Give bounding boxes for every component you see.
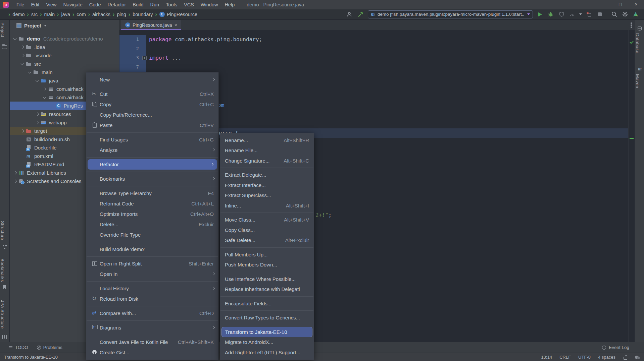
menu-item[interactable]: Refactor [104,0,129,9]
debug-button[interactable] [547,11,554,18]
indent-widget[interactable]: 4 spaces [598,355,615,360]
maximize-button[interactable]: □ [612,0,628,9]
tree-chevron-icon[interactable] [12,36,18,42]
tree-chevron-icon[interactable] [42,95,48,101]
tree-chevron-icon[interactable] [35,78,41,84]
menu-item[interactable]: Push Members Down... [220,260,314,270]
editor-tab[interactable]: C PingResource.java × [121,20,181,30]
menu-item[interactable]: Run [147,0,163,9]
tool-stripe-jpa-structure[interactable]: JPA Structure [0,300,9,328]
run-configuration-select[interactable]: m demo [fish.payara.maven.plugins:payara… [368,10,533,18]
chevron-down-icon[interactable] [579,13,582,15]
breadcrumb-item[interactable]: › C airhacks [86,11,110,17]
event-log-button[interactable]: Event Log [602,345,644,350]
error-stripe[interactable] [628,30,635,342]
database-icon[interactable] [637,26,642,31]
user-icon[interactable] [346,11,354,18]
menu-item[interactable]: Build Module 'demo' [86,244,218,254]
tree-chevron-icon[interactable] [20,44,26,50]
menu-item[interactable]: Transform to Jakarta-EE-10 [221,327,312,337]
tool-stripe-structure[interactable]: Structure [0,221,9,240]
tree-chevron-icon[interactable] [35,111,41,117]
structure-icon[interactable] [2,244,7,250]
inspections-ok-icon[interactable] [630,40,633,44]
menu-item[interactable]: Convert Raw Types to Generics... [220,313,314,323]
tab-close-icon[interactable]: × [175,23,178,27]
tree-row[interactable]: src [10,60,119,68]
breadcrumb-item[interactable]: › C java [55,11,70,17]
menu-item[interactable]: Delete... Excluir [86,219,218,230]
breadcrumb-item[interactable]: › C demo [6,11,25,17]
menu-item[interactable]: Rename File... [220,145,314,156]
menu-item[interactable]: Extract Delegate... [220,170,314,180]
run-button[interactable] [536,11,544,18]
menu-item[interactable]: Analyze [86,145,218,155]
menu-item[interactable]: Replace Inheritance with Delegation... [220,284,314,295]
menu-item[interactable]: Encapsulate Fields... [220,298,314,309]
menu-item[interactable]: Move Class... Alt+Shift+V [220,215,314,225]
menu-item[interactable]: Optimize Imports Ctrl+Alt+O [86,209,218,219]
menu-item[interactable]: Refactor [88,159,217,170]
menu-item[interactable]: Diagrams [86,322,218,333]
menu-item[interactable]: Cut Ctrl+X [86,89,218,99]
menu-item[interactable]: Add Right-to-Left (RTL) Support... [220,347,314,358]
payara-icon[interactable] [632,11,639,18]
tree-chevron-icon[interactable] [12,170,18,176]
tool-window-switcher-icon[interactable] [2,335,7,339]
menu-item[interactable]: Browse Type Hierarchy F4 [86,188,218,198]
tree-chevron-icon[interactable] [20,153,26,159]
menu-item[interactable]: Copy Class... [220,225,314,235]
menu-item[interactable]: New [86,74,218,85]
tool-stripe-maven[interactable]: Maven [635,74,644,88]
minimize-button[interactable]: – [597,0,612,9]
menu-item[interactable]: Change Signature... Alt+Shift+C [220,156,314,166]
maven-icon[interactable]: m [638,67,643,72]
encoding-widget[interactable]: UTF-8 [578,355,591,360]
menu-item[interactable]: Copy Ctrl+C [86,99,218,110]
unlock-icon[interactable] [623,355,628,359]
menu-item[interactable]: Paste Ctrl+V [86,120,218,130]
bookmark-icon[interactable] [2,285,7,290]
menu-item[interactable]: Pull Members Up... [220,249,314,260]
tree-row[interactable]: .vscode [10,51,119,60]
tree-chevron-icon[interactable] [35,120,41,126]
search-everywhere-icon[interactable] [610,11,618,18]
menu-item[interactable]: Copy Path/Reference... [86,110,218,120]
menu-item[interactable]: Code [86,0,104,9]
tree-row[interactable]: .idea [10,43,119,51]
sync-settings-icon[interactable] [635,355,640,359]
menu-item[interactable]: Create Gist... [86,347,218,358]
build-hammer-icon[interactable] [357,11,364,18]
menu-item[interactable]: View [43,0,60,9]
menu-item[interactable]: Migrate to AndroidX... [220,337,314,348]
tree-chevron-icon[interactable] [20,136,26,142]
menu-item[interactable]: VCS [181,0,197,9]
tree-row[interactable]: demo C:\code\reproducers\demo [10,35,119,43]
menu-item[interactable]: Window [197,0,221,9]
tree-chevron-icon[interactable] [20,162,26,168]
menu-item[interactable]: Rename... Alt+Shift+R [220,135,314,145]
menu-item[interactable]: Inline... Alt+Shift+I [220,200,314,211]
menu-item[interactable]: Bookmarks [86,174,218,184]
menu-item[interactable]: Navigate [60,0,86,9]
todo-tool-button[interactable]: TODO [9,345,28,350]
menu-item[interactable]: Override File Type [86,230,218,240]
tree-chevron-icon[interactable] [42,86,48,92]
tool-stripe-database[interactable]: Database [635,33,644,53]
menu-item[interactable]: Reformat Code Ctrl+Alt+L [86,198,218,209]
project-folder-icon[interactable] [2,44,7,49]
breadcrumb-item[interactable]: › C PingResource [153,11,197,17]
menu-item[interactable]: Convert Java File to Kotlin File Ctrl+Al… [86,337,218,347]
menu-item[interactable]: Open in Right Split Shift+Enter [86,258,218,269]
menu-item[interactable]: Use Interface Where Possible... [220,274,314,284]
menu-item[interactable]: Extract Interface... [220,180,314,190]
breadcrumb-item[interactable]: › C boundary [126,11,153,17]
settings-gear-icon[interactable] [621,11,629,18]
close-button[interactable]: × [628,0,644,9]
menu-item[interactable]: Extract Superclass... [220,190,314,201]
caret-position-widget[interactable]: 13:14 [541,355,552,360]
fold-marker-icon[interactable]: + [142,56,147,60]
breadcrumb-item[interactable]: › C src [25,11,38,17]
menu-item[interactable]: Open In [86,269,218,279]
menu-item[interactable]: Safe Delete... Alt+Excluir [220,235,314,246]
